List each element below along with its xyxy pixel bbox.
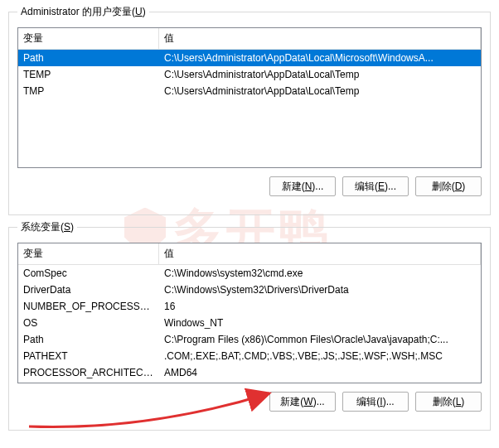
user-variables-group: Administrator 的用户变量(U) 变量 值 PathC:\Users… [8,5,491,215]
cell-value: 16 [159,298,481,315]
table-row[interactable]: PathC:\Users\Administrator\AppData\Local… [18,50,481,66]
table-row[interactable]: NUMBER_OF_PROCESSORS16 [18,298,481,315]
system-button-row: 新建(W)... 编辑(I)... 删除(L) [17,392,482,412]
column-header-name[interactable]: 变量 [18,28,159,49]
cell-name: ComSpec [18,265,159,282]
list-header: 变量 值 [18,243,481,265]
table-row[interactable]: TMPC:\Users\Administrator\AppData\Local\… [18,83,481,99]
cell-value: C:\Program Files (x86)\Common Files\Orac… [159,331,481,348]
user-delete-button[interactable]: 删除(D) [415,176,482,196]
table-row[interactable]: PathC:\Program Files (x86)\Common Files\… [18,331,481,348]
column-header-value[interactable]: 值 [159,28,481,49]
column-header-value[interactable]: 值 [159,243,481,264]
system-variables-legend: 系统变量(S) [17,220,77,234]
system-edit-button[interactable]: 编辑(I)... [342,392,409,412]
cell-name: TMP [18,83,159,99]
system-new-button[interactable]: 新建(W)... [269,392,336,412]
cell-name: Path [18,331,159,348]
table-row[interactable]: ComSpecC:\Windows\system32\cmd.exe [18,265,481,282]
list-header: 变量 值 [18,28,481,50]
user-button-row: 新建(N)... 编辑(E)... 删除(D) [17,176,482,196]
table-row[interactable]: TEMPC:\Users\Administrator\AppData\Local… [18,66,481,83]
cell-name: Path [18,50,159,66]
user-edit-button[interactable]: 编辑(E)... [342,176,409,196]
cell-name: DriverData [18,282,159,298]
cell-value: Windows_NT [159,315,481,331]
cell-name: NUMBER_OF_PROCESSORS [18,298,159,315]
cell-value: C:\Users\Administrator\AppData\Local\Mic… [159,50,481,66]
table-row[interactable]: PATHEXT.COM;.EXE;.BAT;.CMD;.VBS;.VBE;.JS… [18,348,481,364]
user-variables-legend: Administrator 的用户变量(U) [17,5,149,19]
user-new-button[interactable]: 新建(N)... [269,176,336,196]
cell-name: OS [18,315,159,331]
cell-name: PATHEXT [18,348,159,364]
cell-value: C:\Windows\System32\Drivers\DriverData [159,282,481,298]
table-row[interactable]: DriverDataC:\Windows\System32\Drivers\Dr… [18,282,481,298]
cell-value: C:\Windows\system32\cmd.exe [159,265,481,282]
cell-name: TEMP [18,66,159,83]
column-header-name[interactable]: 变量 [18,243,159,264]
cell-value: AMD64 [159,364,481,381]
system-variables-group: 系统变量(S) 变量 值 ComSpecC:\Windows\system32\… [8,220,491,431]
system-delete-button[interactable]: 删除(L) [415,392,482,412]
user-variables-list[interactable]: 变量 值 PathC:\Users\Administrator\AppData\… [17,27,482,168]
cell-value: .COM;.EXE;.BAT;.CMD;.VBS;.VBE;.JS;.JSE;.… [159,348,481,364]
table-row[interactable]: OSWindows_NT [18,315,481,331]
cell-value: C:\Users\Administrator\AppData\Local\Tem… [159,66,481,83]
cell-name: PROCESSOR_ARCHITECT... [18,364,159,381]
cell-value: C:\Users\Administrator\AppData\Local\Tem… [159,83,481,99]
system-variables-list[interactable]: 变量 值 ComSpecC:\Windows\system32\cmd.exeD… [17,243,482,383]
table-row[interactable]: PROCESSOR_ARCHITECT...AMD64 [18,364,481,381]
